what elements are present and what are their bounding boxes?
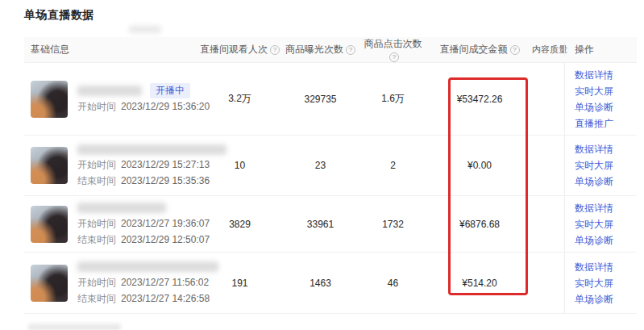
quality-cell xyxy=(532,196,564,252)
start-time-label: 开始时间 xyxy=(77,218,116,229)
session-basic-info: 开播中 开始时间2023/12/29 15:36:20 xyxy=(24,63,197,135)
avatar xyxy=(31,81,68,118)
action-data-detail[interactable]: 数据详情 xyxy=(575,69,637,81)
action-data-detail[interactable]: 数据详情 xyxy=(575,143,637,156)
column-header-exposure-label: 商品曝光次数 xyxy=(285,44,343,55)
action-realtime-screen[interactable]: 实时大屏 xyxy=(575,277,637,290)
end-time-value: 2023/12/27 14:26:58 xyxy=(121,293,210,304)
start-time-value: 2023/12/27 19:36:07 xyxy=(121,218,210,229)
redacted-name xyxy=(77,144,226,155)
start-time-value: 2023/12/29 15:36:20 xyxy=(121,101,210,112)
action-realtime-screen[interactable]: 实时大屏 xyxy=(575,85,637,98)
ops-cell: 数据详情 实时大屏 单场诊断 xyxy=(564,196,637,252)
table-row: 开播中 开始时间2023/12/29 15:36:20 3.2万 329735 … xyxy=(24,63,637,136)
redacted-smudge xyxy=(129,26,161,33)
end-time-label: 结束时间 xyxy=(77,293,116,304)
column-header-ops: 操作 xyxy=(564,43,637,56)
end-time-label: 结束时间 xyxy=(77,234,116,245)
info-icon[interactable]: ? xyxy=(270,45,280,55)
action-session-diagnosis[interactable]: 单场诊断 xyxy=(575,101,637,114)
exposure-value: 33961 xyxy=(282,196,359,252)
table-row: 开始时间2023/12/29 15:27:13 结束时间2023/12/29 1… xyxy=(24,136,637,196)
start-time-line: 开始时间2023/12/29 15:36:20 xyxy=(77,100,210,114)
start-time-label: 开始时间 xyxy=(77,101,116,112)
quality-cell xyxy=(532,253,564,313)
end-time-line: 结束时间2023/12/29 12:50:07 xyxy=(77,233,210,247)
avatar xyxy=(31,265,68,302)
gmv-value: ¥514.20 xyxy=(427,253,532,313)
clicks-value: 1732 xyxy=(359,196,427,252)
live-sessions-table: 基础信息 直播间观看人次? 商品曝光次数? 商品点击次数? 直播间成交金额? 内… xyxy=(24,37,637,314)
exposure-value: 23 xyxy=(282,136,359,195)
views-value: 3.2万 xyxy=(197,63,282,135)
session-basic-info: 开始时间2023/12/27 11:56:02 结束时间2023/12/27 1… xyxy=(24,253,197,313)
column-header-gmv-label: 直播间成交金额 xyxy=(440,44,508,55)
column-header-views-label: 直播间观看人次 xyxy=(200,44,268,55)
avatar xyxy=(31,206,68,243)
action-realtime-screen[interactable]: 实时大屏 xyxy=(575,218,637,231)
quality-cell xyxy=(532,136,564,195)
redacted-name xyxy=(77,261,218,272)
table-row: 开始时间2023/12/27 19:36:07 结束时间2023/12/29 1… xyxy=(24,196,637,253)
clicks-value: 2 xyxy=(359,136,427,195)
table-row: 开始时间2023/12/27 11:56:02 结束时间2023/12/27 1… xyxy=(24,253,637,314)
clicks-value: 1.6万 xyxy=(359,63,427,135)
column-header-gmv: 直播间成交金额? xyxy=(427,43,532,56)
session-basic-info: 开始时间2023/12/29 15:27:13 结束时间2023/12/29 1… xyxy=(24,136,197,195)
start-time-value: 2023/12/29 15:27:13 xyxy=(121,159,210,170)
table-header-row: 基础信息 直播间观看人次? 商品曝光次数? 商品点击次数? 直播间成交金额? 内… xyxy=(24,37,637,63)
start-time-value: 2023/12/27 11:56:02 xyxy=(121,277,209,288)
gmv-value: ¥0.00 xyxy=(427,136,532,195)
gmv-value: ¥53472.26 xyxy=(427,63,532,135)
info-icon[interactable]: ? xyxy=(346,45,355,55)
column-header-basic: 基础信息 xyxy=(24,43,197,56)
exposure-value: 1463 xyxy=(282,253,359,313)
status-badge: 开播中 xyxy=(150,83,190,98)
action-data-detail[interactable]: 数据详情 xyxy=(575,261,637,274)
avatar xyxy=(31,147,68,184)
bottom-cutoff-text xyxy=(28,324,121,330)
end-time-value: 2023/12/29 15:35:36 xyxy=(121,175,210,186)
end-time-value: 2023/12/29 12:50:07 xyxy=(121,234,210,245)
page-title: 单场直播数据 xyxy=(24,8,94,23)
info-icon[interactable]: ? xyxy=(389,52,399,62)
exposure-value: 329735 xyxy=(282,63,359,135)
clicks-value: 46 xyxy=(359,253,427,313)
column-header-clicks-label: 商品点击次数 xyxy=(364,38,422,49)
start-time-line: 开始时间2023/12/27 19:36:07 xyxy=(77,217,210,231)
action-session-diagnosis[interactable]: 单场诊断 xyxy=(575,175,637,188)
start-time-label: 开始时间 xyxy=(77,159,116,170)
end-time-label: 结束时间 xyxy=(77,175,116,186)
live-data-page: 单场直播数据 基础信息 直播间观看人次? 商品曝光次数? 商品点击次数? 直播间… xyxy=(0,0,644,330)
action-realtime-screen[interactable]: 实时大屏 xyxy=(575,159,637,172)
column-header-exposure: 商品曝光次数? xyxy=(282,43,359,56)
action-data-detail[interactable]: 数据详情 xyxy=(575,202,637,215)
action-session-diagnosis[interactable]: 单场诊断 xyxy=(575,234,637,247)
action-live-promotion[interactable]: 直播推广 xyxy=(575,117,637,130)
ops-cell: 数据详情 实时大屏 单场诊断 直播推广 xyxy=(564,63,637,135)
info-icon[interactable]: ? xyxy=(510,45,520,55)
session-basic-info: 开始时间2023/12/27 19:36:07 结束时间2023/12/29 1… xyxy=(24,196,197,252)
action-session-diagnosis[interactable]: 单场诊断 xyxy=(575,293,637,306)
column-header-quality: 内容质量 xyxy=(532,44,564,56)
ops-cell: 数据详情 实时大屏 单场诊断 xyxy=(564,136,637,195)
column-header-views: 直播间观看人次? xyxy=(197,43,282,56)
gmv-value: ¥6876.68 xyxy=(427,196,532,252)
quality-cell xyxy=(532,63,564,135)
views-value: 3829 xyxy=(197,196,282,252)
start-time-label: 开始时间 xyxy=(77,277,116,288)
redacted-name xyxy=(77,86,142,96)
redacted-name xyxy=(77,203,166,213)
column-header-clicks: 商品点击次数? xyxy=(359,37,427,62)
ops-cell: 数据详情 实时大屏 单场诊断 xyxy=(564,253,637,313)
